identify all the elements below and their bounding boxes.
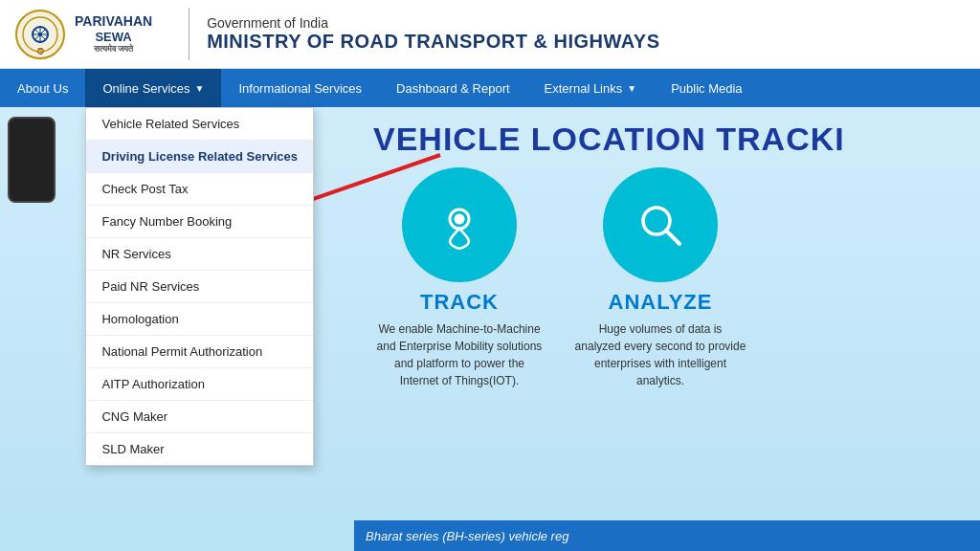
analyze-circle [603,167,718,282]
logo-container: 🦁 PARIVAHAN SEWA सत्यमेव जयते [15,10,152,59]
dropdown-item-homologation[interactable]: Homologation [86,303,312,336]
dropdown-item-nr-services[interactable]: NR Services [86,238,312,271]
dropdown-item-national-permit[interactable]: National Permit Authorization [86,336,312,368]
dropdown-item-paid-nr[interactable]: Paid NR Services [86,271,312,303]
bottom-announcement-bar: Bharat series (BH-series) vehicle reg [354,520,980,551]
nav-online-services[interactable]: Online Services ▼ Vehicle Related Servic… [85,69,221,107]
bottom-bar-text: Bharat series (BH-series) vehicle reg [366,529,568,543]
emblem-icon: 🦁 [15,10,65,59]
dropdown-item-driving-license[interactable]: Driving License Related Services [86,141,312,173]
nav-informational[interactable]: Informational Services [221,69,379,107]
nav-about-us[interactable]: About Us [0,69,85,107]
track-card: TRACK We enable Machine-to-Machine and E… [373,167,546,389]
track-label: TRACK [420,290,499,315]
page-title: VEHICLE LOCATION TRACKI [373,121,961,158]
ministry-name: MINISTRY OF ROAD TRANSPORT & HIGHWAYS [207,31,659,53]
logo-sewa: SEWA [95,30,131,45]
svg-line-14 [666,231,679,244]
online-services-dropdown: Vehicle Related Services Driving License… [85,107,313,466]
analyze-label: ANALYZE [609,290,713,315]
logo-parivahan: PARIVAHAN [75,13,152,30]
logo-tagline: सत्यमेव जयते [94,44,134,55]
header-divider [189,8,189,60]
site-header: 🦁 PARIVAHAN SEWA सत्यमेव जयते Government… [0,0,980,69]
svg-point-12 [456,215,463,223]
nav-dashboard[interactable]: Dashboard & Report [379,69,527,107]
dropdown-arrow-icon: ▼ [195,83,205,94]
logo-text: PARIVAHAN SEWA सत्यमेव जयते [75,13,152,55]
govt-of-india: Government of India [207,15,659,31]
search-icon [632,196,689,253]
external-links-arrow-icon: ▼ [627,83,636,94]
nav-public-media[interactable]: Public Media [654,69,759,107]
govt-text-container: Government of India MINISTRY OF ROAD TRA… [207,15,659,53]
dropdown-item-aitp[interactable]: AITP Authorization [86,368,312,401]
dropdown-item-fancy-number[interactable]: Fancy Number Booking [86,206,312,238]
main-navbar: About Us Online Services ▼ Vehicle Relat… [0,69,980,107]
track-desc: We enable Machine-to-Machine and Enterpr… [373,320,546,389]
analyze-desc: Huge volumes of data is analyzed every s… [574,320,746,389]
dropdown-item-sld[interactable]: SLD Maker [86,433,312,465]
dropdown-item-cng[interactable]: CNG Maker [86,401,312,433]
cards-row: TRACK We enable Machine-to-Machine and E… [373,167,961,389]
track-circle [402,167,517,282]
dropdown-item-vehicle-related[interactable]: Vehicle Related Services [86,108,312,141]
svg-text:🦁: 🦁 [36,47,45,55]
analyze-card: ANALYZE Huge volumes of data is analyzed… [574,167,746,389]
location-icon [431,196,488,253]
nav-external-links[interactable]: External Links ▼ [527,69,655,107]
right-content-area: VEHICLE LOCATION TRACKI TRACK We enable … [354,107,980,551]
dropdown-item-check-post[interactable]: Check Post Tax [86,173,312,206]
